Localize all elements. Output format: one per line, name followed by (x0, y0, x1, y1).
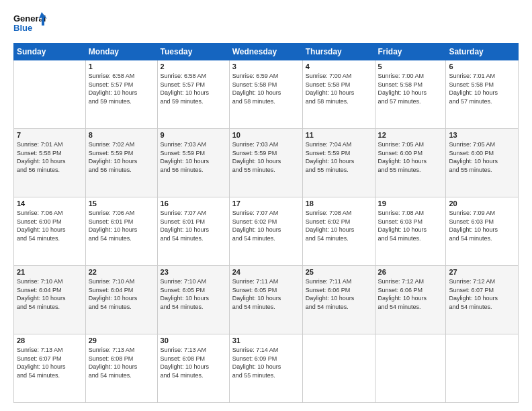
header-day: Thursday (302, 44, 375, 60)
cell-text: Sunrise: 7:12 AM Sunset: 6:06 PM Dayligh… (378, 277, 443, 311)
calendar-cell: 18Sunrise: 7:08 AM Sunset: 6:02 PM Dayli… (302, 197, 375, 266)
header: General Blue (13, 11, 519, 36)
day-number: 2 (161, 62, 226, 71)
calendar-cell: 19Sunrise: 7:08 AM Sunset: 6:03 PM Dayli… (375, 197, 446, 266)
page: General Blue SundayMondayTuesdayWednesda… (0, 0, 532, 411)
cell-text: Sunrise: 7:10 AM Sunset: 6:05 PM Dayligh… (161, 277, 226, 311)
calendar-week-row: 28Sunrise: 7:13 AM Sunset: 6:07 PM Dayli… (14, 334, 519, 403)
day-number: 26 (378, 268, 443, 276)
calendar-cell (446, 334, 519, 403)
calendar-cell: 29Sunrise: 7:13 AM Sunset: 6:08 PM Dayli… (85, 334, 157, 403)
calendar-week-row: 7Sunrise: 7:01 AM Sunset: 5:58 PM Daylig… (14, 129, 519, 197)
calendar-cell: 4Sunrise: 7:00 AM Sunset: 5:58 PM Daylig… (302, 60, 375, 129)
cell-text: Sunrise: 7:10 AM Sunset: 6:04 PM Dayligh… (17, 277, 83, 311)
calendar-cell: 26Sunrise: 7:12 AM Sunset: 6:06 PM Dayli… (375, 266, 446, 334)
day-number: 31 (232, 336, 300, 345)
header-day: Monday (85, 44, 157, 60)
cell-text: Sunrise: 7:09 AM Sunset: 6:03 PM Dayligh… (449, 209, 515, 242)
cell-text: Sunrise: 7:06 AM Sunset: 6:00 PM Dayligh… (17, 209, 83, 242)
day-number: 22 (89, 268, 154, 276)
calendar-cell: 12Sunrise: 7:05 AM Sunset: 6:00 PM Dayli… (375, 129, 446, 197)
logo-svg: General Blue (13, 11, 47, 36)
calendar-cell: 22Sunrise: 7:10 AM Sunset: 6:04 PM Dayli… (85, 266, 157, 334)
day-number: 13 (449, 131, 515, 139)
header-day: Sunday (14, 44, 86, 60)
calendar-cell: 30Sunrise: 7:13 AM Sunset: 6:08 PM Dayli… (157, 334, 229, 403)
day-number: 12 (378, 131, 443, 139)
day-number: 10 (232, 131, 300, 139)
calendar-cell (302, 334, 375, 403)
day-number: 4 (306, 62, 372, 71)
day-number: 25 (306, 268, 372, 276)
svg-text:Blue: Blue (13, 23, 32, 33)
calendar-cell: 8Sunrise: 7:02 AM Sunset: 5:59 PM Daylig… (85, 129, 157, 197)
header-day: Tuesday (157, 44, 229, 60)
day-number: 29 (89, 336, 154, 345)
day-number: 5 (378, 62, 443, 71)
day-number: 11 (306, 131, 372, 139)
day-number: 21 (17, 268, 83, 276)
day-number: 23 (161, 268, 226, 276)
cell-text: Sunrise: 7:11 AM Sunset: 6:06 PM Dayligh… (306, 277, 372, 311)
header-day: Wednesday (229, 44, 302, 60)
calendar-cell: 3Sunrise: 6:59 AM Sunset: 5:58 PM Daylig… (229, 60, 302, 129)
cell-text: Sunrise: 7:13 AM Sunset: 6:08 PM Dayligh… (161, 346, 226, 379)
cell-text: Sunrise: 7:05 AM Sunset: 6:00 PM Dayligh… (449, 140, 515, 174)
cell-text: Sunrise: 7:04 AM Sunset: 5:59 PM Dayligh… (306, 140, 372, 174)
calendar-cell: 27Sunrise: 7:12 AM Sunset: 6:07 PM Dayli… (446, 266, 519, 334)
cell-text: Sunrise: 6:58 AM Sunset: 5:57 PM Dayligh… (161, 72, 226, 105)
cell-text: Sunrise: 7:03 AM Sunset: 5:59 PM Dayligh… (161, 140, 226, 174)
calendar-cell (14, 60, 86, 129)
day-number: 19 (378, 199, 443, 208)
cell-text: Sunrise: 7:13 AM Sunset: 6:08 PM Dayligh… (89, 346, 154, 379)
calendar-cell: 13Sunrise: 7:05 AM Sunset: 6:00 PM Dayli… (446, 129, 519, 197)
cell-text: Sunrise: 7:01 AM Sunset: 5:58 PM Dayligh… (17, 140, 83, 174)
calendar-cell: 7Sunrise: 7:01 AM Sunset: 5:58 PM Daylig… (14, 129, 86, 197)
calendar-week-row: 21Sunrise: 7:10 AM Sunset: 6:04 PM Dayli… (14, 266, 519, 334)
calendar-table: SundayMondayTuesdayWednesdayThursdayFrid… (13, 43, 519, 403)
day-number: 15 (89, 199, 154, 208)
day-number: 24 (232, 268, 300, 276)
day-number: 9 (161, 131, 226, 139)
day-number: 6 (449, 62, 515, 71)
day-number: 1 (89, 62, 154, 71)
cell-text: Sunrise: 7:02 AM Sunset: 5:59 PM Dayligh… (89, 140, 154, 174)
day-number: 7 (17, 131, 83, 139)
cell-text: Sunrise: 7:00 AM Sunset: 5:58 PM Dayligh… (306, 72, 372, 105)
cell-text: Sunrise: 7:13 AM Sunset: 6:07 PM Dayligh… (17, 346, 83, 379)
day-number: 30 (161, 336, 226, 345)
cell-text: Sunrise: 7:10 AM Sunset: 6:04 PM Dayligh… (89, 277, 154, 311)
cell-text: Sunrise: 7:05 AM Sunset: 6:00 PM Dayligh… (378, 140, 443, 174)
logo: General Blue (13, 11, 47, 36)
cell-text: Sunrise: 6:58 AM Sunset: 5:57 PM Dayligh… (89, 72, 154, 105)
calendar-cell (375, 334, 446, 403)
day-number: 18 (306, 199, 372, 208)
header-row: SundayMondayTuesdayWednesdayThursdayFrid… (14, 44, 519, 60)
header-day: Friday (375, 44, 446, 60)
cell-text: Sunrise: 7:01 AM Sunset: 5:58 PM Dayligh… (449, 72, 515, 105)
day-number: 3 (232, 62, 300, 71)
calendar-cell: 17Sunrise: 7:07 AM Sunset: 6:02 PM Dayli… (229, 197, 302, 266)
cell-text: Sunrise: 6:59 AM Sunset: 5:58 PM Dayligh… (232, 72, 300, 105)
calendar-cell: 20Sunrise: 7:09 AM Sunset: 6:03 PM Dayli… (446, 197, 519, 266)
day-number: 16 (161, 199, 226, 208)
calendar-cell: 1Sunrise: 6:58 AM Sunset: 5:57 PM Daylig… (85, 60, 157, 129)
calendar-cell: 10Sunrise: 7:03 AM Sunset: 5:59 PM Dayli… (229, 129, 302, 197)
calendar-week-row: 14Sunrise: 7:06 AM Sunset: 6:00 PM Dayli… (14, 197, 519, 266)
calendar-cell: 31Sunrise: 7:14 AM Sunset: 6:09 PM Dayli… (229, 334, 302, 403)
cell-text: Sunrise: 7:11 AM Sunset: 6:05 PM Dayligh… (232, 277, 300, 311)
cell-text: Sunrise: 7:07 AM Sunset: 6:01 PM Dayligh… (161, 209, 226, 242)
calendar-week-row: 1Sunrise: 6:58 AM Sunset: 5:57 PM Daylig… (14, 60, 519, 129)
calendar-cell: 2Sunrise: 6:58 AM Sunset: 5:57 PM Daylig… (157, 60, 229, 129)
calendar-cell: 23Sunrise: 7:10 AM Sunset: 6:05 PM Dayli… (157, 266, 229, 334)
calendar-cell: 25Sunrise: 7:11 AM Sunset: 6:06 PM Dayli… (302, 266, 375, 334)
calendar-cell: 16Sunrise: 7:07 AM Sunset: 6:01 PM Dayli… (157, 197, 229, 266)
header-day: Saturday (446, 44, 519, 60)
cell-text: Sunrise: 7:14 AM Sunset: 6:09 PM Dayligh… (232, 346, 300, 379)
cell-text: Sunrise: 7:06 AM Sunset: 6:01 PM Dayligh… (89, 209, 154, 242)
calendar-cell: 11Sunrise: 7:04 AM Sunset: 5:59 PM Dayli… (302, 129, 375, 197)
calendar-cell: 28Sunrise: 7:13 AM Sunset: 6:07 PM Dayli… (14, 334, 86, 403)
cell-text: Sunrise: 7:00 AM Sunset: 5:58 PM Dayligh… (378, 72, 443, 105)
day-number: 14 (17, 199, 83, 208)
cell-text: Sunrise: 7:03 AM Sunset: 5:59 PM Dayligh… (232, 140, 300, 174)
